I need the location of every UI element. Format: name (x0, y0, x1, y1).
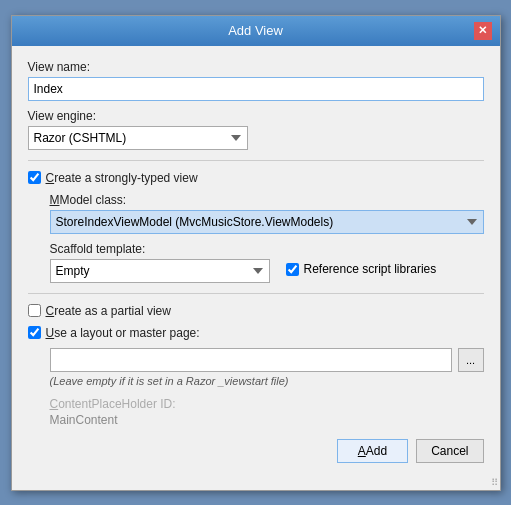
reference-scripts-label[interactable]: Reference script libraries (304, 262, 437, 276)
model-class-select[interactable]: StoreIndexViewModel (MvcMusicStore.ViewM… (50, 210, 484, 234)
resize-handle: ⠿ (12, 475, 500, 490)
cancel-button[interactable]: Cancel (416, 439, 483, 463)
resize-dots: ⠿ (491, 477, 497, 488)
partial-view-row: Create as a partial view (28, 304, 484, 318)
view-name-row: View name: (28, 60, 484, 101)
reference-scripts-checkbox[interactable] (286, 263, 299, 276)
view-engine-select[interactable]: Razor (CSHTML) ASPX (28, 126, 248, 150)
model-class-row: MModel class: StoreIndexViewModel (MvcMu… (50, 193, 484, 234)
view-engine-select-wrapper: Razor (CSHTML) ASPX (28, 126, 248, 150)
view-name-input[interactable] (28, 77, 484, 101)
content-placeholder-value: MainContent (50, 413, 484, 427)
view-engine-label: View engine: (28, 109, 484, 123)
button-row: AAdd Cancel (28, 439, 484, 463)
layout-hint: (Leave empty if it is set in a Razor _vi… (50, 375, 484, 387)
divider-1 (28, 160, 484, 161)
content-placeholder-section: ContentPlaceHolder ID: MainContent (50, 397, 484, 427)
layout-input[interactable] (50, 348, 452, 372)
view-name-label: View name: (28, 60, 484, 74)
strongly-typed-row: Create a strongly-typed view (28, 171, 484, 185)
scaffold-row: Scaffold template: Empty Create Delete D… (50, 242, 484, 283)
use-layout-label[interactable]: Use a layout or master page: (46, 326, 200, 340)
add-button[interactable]: AAdd (337, 439, 408, 463)
view-engine-row: View engine: Razor (CSHTML) ASPX (28, 109, 484, 150)
title-bar: Add View ✕ (12, 16, 500, 46)
dialog-title: Add View (38, 23, 474, 38)
divider-2 (28, 293, 484, 294)
strongly-typed-label[interactable]: Create a strongly-typed view (46, 171, 198, 185)
partial-view-label[interactable]: Create as a partial view (46, 304, 171, 318)
scaffold-template-label: Scaffold template: (50, 242, 270, 256)
use-layout-row: Use a layout or master page: (28, 326, 484, 340)
layout-section: ... (Leave empty if it is set in a Razor… (50, 348, 484, 427)
strongly-typed-checkbox[interactable] (28, 171, 41, 184)
close-button[interactable]: ✕ (474, 22, 492, 40)
scaffold-right: Reference script libraries (286, 262, 437, 276)
partial-view-checkbox[interactable] (28, 304, 41, 317)
scaffold-left: Scaffold template: Empty Create Delete D… (50, 242, 270, 283)
scaffold-select-wrapper: Empty Create Delete Details Edit List (50, 259, 270, 283)
layout-input-row: ... (50, 348, 484, 372)
dialog-body: View name: View engine: Razor (CSHTML) A… (12, 46, 500, 475)
model-class-select-wrapper: StoreIndexViewModel (MvcMusicStore.ViewM… (50, 210, 484, 234)
scaffold-template-select[interactable]: Empty Create Delete Details Edit List (50, 259, 270, 283)
model-class-label: MModel class: (50, 193, 484, 207)
browse-button[interactable]: ... (458, 348, 484, 372)
model-class-section: MModel class: StoreIndexViewModel (MvcMu… (50, 193, 484, 283)
content-placeholder-label: ContentPlaceHolder ID: (50, 397, 484, 411)
use-layout-checkbox[interactable] (28, 326, 41, 339)
add-view-dialog: Add View ✕ View name: View engine: Razor… (11, 15, 501, 491)
